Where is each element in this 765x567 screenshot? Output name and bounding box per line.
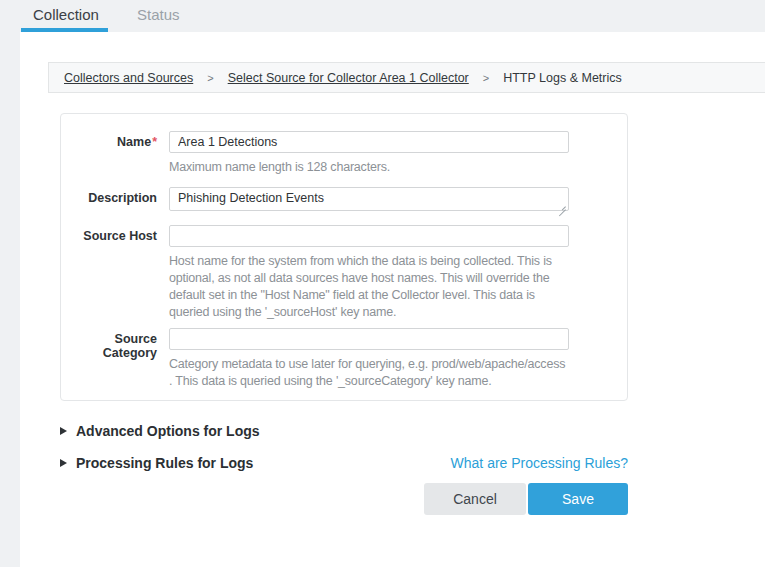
breadcrumb: Collectors and Sources > Select Source f…	[48, 62, 765, 93]
source-host-input[interactable]	[169, 225, 569, 247]
breadcrumb-current-page: HTTP Logs & Metrics	[503, 71, 622, 85]
chevron-right-icon	[60, 459, 67, 467]
tab-collection[interactable]: Collection	[33, 6, 99, 23]
description-row: Description Phishing Detection Events	[61, 187, 627, 215]
what-are-processing-rules-link[interactable]: What are Processing Rules?	[451, 455, 628, 471]
source-category-helper-text: Category metadata to use later for query…	[169, 356, 571, 390]
name-label: Name*	[61, 131, 169, 149]
name-input[interactable]	[169, 131, 569, 153]
chevron-right-icon	[60, 427, 67, 435]
breadcrumb-select-source[interactable]: Select Source for Collector Area 1 Colle…	[228, 71, 469, 85]
source-host-helper-text: Host name for the system from which the …	[169, 253, 571, 321]
advanced-options-expander[interactable]: Advanced Options for Logs	[60, 423, 628, 439]
name-helper-text: Maximum name length is 128 characters.	[169, 159, 571, 176]
source-category-label: Source Category	[61, 328, 169, 360]
source-category-input[interactable]	[169, 328, 569, 350]
source-host-row: Source Host Host name for the system fro…	[61, 225, 627, 321]
form-panel: Name* Maximum name length is 128 charact…	[60, 113, 628, 401]
processing-rules-expander[interactable]: Processing Rules for Logs	[60, 455, 253, 471]
save-button[interactable]: Save	[528, 483, 628, 515]
processing-rules-row: Processing Rules for Logs What are Proce…	[60, 455, 628, 471]
description-label: Description	[61, 187, 169, 205]
source-category-row: Source Category Category metadata to use…	[61, 328, 627, 390]
source-host-label: Source Host	[61, 225, 169, 243]
processing-rules-title: Processing Rules for Logs	[76, 455, 253, 471]
advanced-options-title: Advanced Options for Logs	[76, 423, 260, 439]
breadcrumb-separator-icon: >	[207, 72, 213, 84]
cancel-button[interactable]: Cancel	[424, 483, 526, 515]
name-row: Name* Maximum name length is 128 charact…	[61, 131, 627, 176]
source-config-form: Name* Maximum name length is 128 charact…	[60, 113, 628, 515]
required-asterisk: *	[152, 135, 157, 149]
tab-bar: Collection Status	[0, 0, 765, 32]
content-surface: Collectors and Sources > Select Source f…	[20, 32, 765, 567]
tab-status[interactable]: Status	[137, 6, 180, 23]
form-actions: Cancel Save	[60, 483, 628, 515]
breadcrumb-collectors-and-sources[interactable]: Collectors and Sources	[64, 71, 193, 85]
description-input[interactable]: Phishing Detection Events	[169, 187, 569, 211]
breadcrumb-separator-icon: >	[483, 72, 489, 84]
